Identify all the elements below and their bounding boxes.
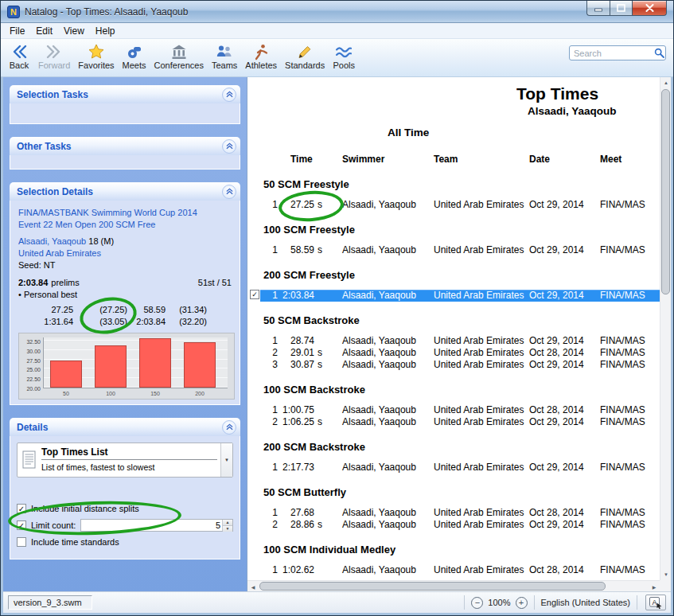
date-cell: Oct 28, 2014 <box>529 347 584 359</box>
scroll-right-icon[interactable]: ▶ <box>649 581 660 592</box>
horizontal-scrollbar[interactable]: ◀ ▶ <box>247 580 660 591</box>
back-icon <box>10 42 28 60</box>
row-checkbox[interactable]: ✓ <box>250 290 259 299</box>
table-row[interactable]: 21:06.25sAlsaadi, YaaqoubUnited Arab Emi… <box>247 416 660 428</box>
menu-file[interactable]: File <box>4 25 30 37</box>
athlete-link[interactable]: Alsaadi, Yaaqoub <box>18 236 86 246</box>
toolbar-conferences-button[interactable]: Conferences <box>150 41 208 72</box>
toolbar-pools-button[interactable]: Pools <box>329 41 359 72</box>
toolbar-forward-button[interactable]: Forward <box>34 41 74 72</box>
chart-ytick-label: 22.50 <box>26 376 41 382</box>
maximize-button[interactable] <box>610 1 632 16</box>
menu-bar: FileEditViewHelp <box>1 23 673 39</box>
keyboard-layout-button[interactable]: A <box>645 595 666 610</box>
app-icon[interactable]: N <box>7 6 20 18</box>
table-row[interactable]: 229.01sAlsaadi, YaaqoubUnited Arab Emira… <box>247 347 660 359</box>
toolbar-meets-button[interactable]: Meets <box>119 41 150 72</box>
table-row[interactable]: 330.87sAlsaadi, YaaqoubUnited Arab Emira… <box>247 359 660 371</box>
time-cell: 28.74 <box>275 335 314 347</box>
table-row[interactable]: 11:00.75Alsaadi, YaaqoubUnited Arab Emir… <box>247 404 660 416</box>
details-header[interactable]: Details <box>10 418 240 436</box>
checkbox-2[interactable]: ✓ <box>17 520 26 530</box>
search-icon[interactable] <box>653 48 665 58</box>
collapse-button[interactable] <box>222 420 236 435</box>
time-cell: 30.87 <box>275 359 314 371</box>
minimize-button[interactable] <box>586 1 610 16</box>
meet-cell: FINA/MAS <box>600 347 660 359</box>
team-link[interactable]: United Arab Emirates <box>18 248 235 259</box>
scroll-down-icon[interactable]: ▼ <box>660 569 672 580</box>
svg-text:N: N <box>10 7 17 17</box>
other-tasks-body <box>10 155 240 170</box>
chart-bar <box>95 345 127 388</box>
zoom-out-icon[interactable]: − <box>471 597 483 609</box>
zoom-in-icon[interactable]: + <box>516 597 528 609</box>
scroll-up-icon[interactable]: ▲ <box>660 77 672 88</box>
menu-edit[interactable]: Edit <box>30 25 58 37</box>
column-header-team: Team <box>434 154 458 165</box>
table-row[interactable]: 158.59sAlsaadi, YaaqoubUnited Arab Emira… <box>247 244 660 256</box>
meet-cell: FINA/MAS <box>600 416 660 428</box>
event-heading: 100 SCM Freestyle <box>263 224 660 236</box>
panel-selection-details: Selection Details FINA/MASTBANK Swimming… <box>10 182 240 405</box>
swimmer-cell: Alsaadi, Yaaqoub <box>342 199 416 211</box>
app-window: N Natalog - Top Times: Alsaadi, Yaaqoub … <box>0 0 674 616</box>
menu-help[interactable]: Help <box>90 25 121 37</box>
selection-details-header[interactable]: Selection Details <box>10 182 240 201</box>
report-type-dropdown[interactable]: Top Times List List of times, fastest to… <box>17 443 233 478</box>
spinner-up-icon[interactable]: ▲ <box>223 520 232 526</box>
toolbar-athletes-button[interactable]: Athletes <box>241 41 281 72</box>
meet-cell: FINA/MAS <box>600 244 660 256</box>
selection-tasks-header[interactable]: Selection Tasks <box>10 85 240 103</box>
statusbar-separator <box>637 595 637 610</box>
statusbar-separator <box>534 595 535 610</box>
column-header-date: Date <box>529 154 550 165</box>
meet-link[interactable]: FINA/MASTBANK Swimming World Cup 2014 <box>18 207 235 219</box>
table-row[interactable]: 11:02.62Alsaadi, YaaqoubUnited Arab Emir… <box>247 564 660 576</box>
statusbar-separator <box>464 595 465 610</box>
vertical-scrollbar[interactable]: ▲ ▼ <box>660 77 671 580</box>
date-cell: Oct 29, 2014 <box>529 519 584 531</box>
menu-view[interactable]: View <box>58 25 90 37</box>
other-tasks-header[interactable]: Other Tasks <box>10 137 240 155</box>
table-row[interactable]: 128.74Alsaadi, YaaqoubUnited Arab Emirat… <box>247 335 660 347</box>
collapse-button[interactable] <box>222 139 236 154</box>
limit-count-input[interactable]: 5▲▼ <box>80 519 233 532</box>
chart-gridline <box>44 340 228 341</box>
table-row[interactable]: 228.86sAlsaadi, YaaqoubUnited Arab Emira… <box>247 519 660 531</box>
date-cell: Oct 29, 2014 <box>529 416 584 428</box>
toolbar: BackForwardFavoritesMeetsConferencesTeam… <box>1 39 673 77</box>
dropdown-arrow-icon[interactable]: ▼ <box>220 443 232 477</box>
forward-icon <box>45 42 63 60</box>
collapse-button[interactable] <box>222 185 236 199</box>
athletes-icon <box>252 42 270 60</box>
meet-cell: FINA/MAS <box>600 564 660 576</box>
table-row[interactable]: 12:17.73Alsaadi, YaaqoubUnited Arab Emir… <box>247 462 660 474</box>
checkbox-1[interactable]: ✓ <box>17 504 26 513</box>
horizontal-scrollbar-thumb[interactable] <box>259 582 606 591</box>
event-link[interactable]: Event 22 Men Open 200 SCM Free <box>18 219 235 231</box>
zoom-level: 100% <box>488 598 510 607</box>
vertical-scrollbar-thumb[interactable] <box>661 89 670 294</box>
limit-count-value: 5 <box>216 520 220 530</box>
toolbar-standards-button[interactable]: Standards <box>281 41 329 72</box>
chart-plot: 50100150200 <box>43 337 228 388</box>
close-button[interactable] <box>632 1 667 16</box>
team-cell: United Arab Emirates <box>434 347 524 359</box>
checkbox-3[interactable] <box>17 537 26 547</box>
spinner-down-icon[interactable]: ▼ <box>223 526 232 532</box>
toolbar-teams-button[interactable]: Teams <box>208 41 241 72</box>
table-row[interactable]: ✓12:03.84Alsaadi, YaaqoubUnited Arab Emi… <box>247 290 660 302</box>
split-value: (27.25) <box>73 304 127 316</box>
time-cell: 1:06.25 <box>275 416 314 428</box>
table-row[interactable]: 127.25sAlsaadi, YaaqoubUnited Arab Emira… <box>247 199 660 211</box>
search-input[interactable] <box>570 49 653 58</box>
collapse-button[interactable] <box>222 88 236 102</box>
scroll-left-icon[interactable]: ◀ <box>247 581 259 592</box>
toolbar-back-button[interactable]: Back <box>4 41 34 72</box>
language-indicator[interactable]: English (United States) <box>541 598 631 607</box>
spinner-buttons[interactable]: ▲▼ <box>222 520 232 531</box>
table-row[interactable]: 127.68Alsaadi, YaaqoubUnited Arab Emirat… <box>247 507 660 519</box>
toolbar-favorites-button[interactable]: Favorites <box>74 41 118 72</box>
details-options: ✓Include initial distance splits✓Limit c… <box>17 500 233 550</box>
